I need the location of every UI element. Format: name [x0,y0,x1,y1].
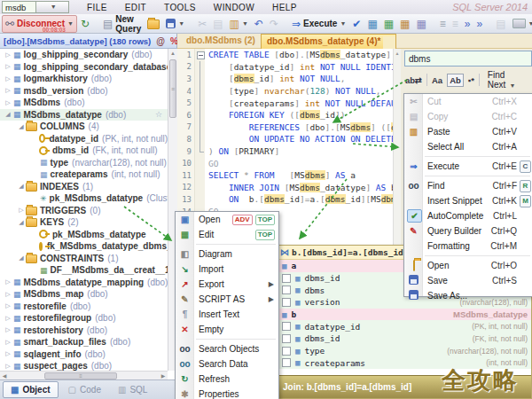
menu-item-copy[interactable]: ▤CopyCtrl+C [404,109,532,124]
menu-item-paste[interactable]: ▥PasteCtrl+V [404,124,532,139]
chevron-collapsed-icon[interactable]: ▷ [4,350,12,357]
find-next-button[interactable]: Find Next▼ [488,70,532,90]
tree-item-msdbms[interactable]: ▷▦MSdbms(dbo) [0,97,168,109]
scroll-left-icon[interactable]: ◀ [0,372,9,379]
tree-item-createparams[interactable]: ▦createparams(int, not null) [0,168,168,181]
panel-tab-sql[interactable]: ▥SQL [111,382,154,397]
panel-tab-object[interactable]: ▦Object [3,381,59,398]
checkbox[interactable] [282,347,291,356]
align-button[interactable]: ≡ [437,16,449,32]
copy-button[interactable]: ▤ [210,16,225,32]
checkbox[interactable] [282,298,291,307]
chevron-collapsed-icon[interactable]: ▷ [4,63,12,70]
menu-item-refresh[interactable]: ↻Refresh [176,372,278,387]
chevron-collapsed-icon[interactable]: ▷ [4,302,12,309]
menu-item-empty[interactable]: ✕Empty [176,322,278,337]
menu-item-save-as-[interactable]: Save As... [404,288,532,303]
tree-item-restorehistory[interactable]: ▷▦restorehistory(dbo) [0,325,168,337]
checkbox[interactable] [282,286,291,294]
chevron-down-icon[interactable]: ▼ [67,20,74,27]
results-grid-button[interactable]: ▦ [381,16,396,32]
join-row-datatype_id[interactable]: ▦datatype_id(PK, int, not null) [278,320,531,332]
regex-button[interactable]: ▪* [468,75,474,85]
chevron-down-icon[interactable]: ▼ [340,20,346,27]
join-row-b[interactable]: ▦bMSdbms_datatype [278,309,531,321]
menu-item-export[interactable]: ↗Export▶ [176,277,278,292]
chevron-collapsed-icon[interactable]: ▷ [4,363,12,370]
disconnect-button[interactable]: ⚯Disconnect00:08:03▼ [2,15,77,33]
tree-item-sqlagent_info[interactable]: ▷▦sqlagent_info(dbo) [0,348,168,361]
menu-item-open[interactable]: OpenCtrl+O [404,258,532,273]
indent-button[interactable]: » [462,16,473,32]
fold-marker[interactable] [195,133,205,145]
chevron-collapsed-icon[interactable]: ▷ [4,99,12,106]
refresh-button[interactable]: ↻ [78,16,92,32]
fold-marker[interactable] [195,121,205,134]
checkbox[interactable] [282,334,291,343]
menu-window[interactable]: WINDOW [214,3,254,12]
menu-item-search-objects[interactable]: ooSearch Objects [176,341,278,356]
tree-item-datatype_id[interactable]: datatype_id(PK, int, not null) [0,133,168,145]
tree-item-indexes[interactable]: ◢INDEXES(1) [0,181,168,193]
menu-edit[interactable]: EDIT [125,3,146,12]
chevron-expanded-icon[interactable]: ◢ [17,219,26,226]
tree-item-log_shipping_secondary[interactable]: ▷▦log_shipping_secondary(dbo) [0,49,168,61]
menu-file[interactable]: FILE [87,3,107,12]
panel-tab-code[interactable]: ▢Code [61,382,108,397]
scroll-up-icon[interactable]: ▲ [394,49,401,56]
tab-dbo-msdbms[interactable]: dbo.MSdbms (2) [186,35,255,45]
menu-item-find[interactable]: ooFindCtrl+FR [404,178,532,193]
checkbox[interactable] [282,358,291,367]
chevron-down-icon[interactable]: ▼ [528,20,532,27]
tree-item-msdbms_datatype_mapping[interactable]: ▷▦MSdbms_datatype_mapping(dbo) [0,277,168,289]
chevron-down-icon[interactable]: ▼ [242,20,248,27]
chevron-collapsed-icon[interactable]: ▷ [4,339,12,346]
chevron-collapsed-icon[interactable]: ▷ [4,51,12,59]
tree-item-fk_msdbms_datatype_dbms_id[interactable]: fk_MSdbms_datatype_dbms_id [0,240,168,253]
chevron-expanded-icon[interactable]: ◢ [17,183,26,190]
menu-item-insert-snippet[interactable]: Insert SnippetCtrl+KM [404,193,532,208]
tree-item-columns[interactable]: ◢COLUMNS(4) [0,121,168,133]
chevron-collapsed-icon[interactable]: ▷ [17,207,26,214]
menu-item-save[interactable]: SaveCtrl+S [404,273,532,288]
chevron-collapsed-icon[interactable]: ▷ [4,291,12,298]
tree-item-triggers[interactable]: ▷TRIGGERS(0) [0,205,168,217]
match-case-button[interactable]: Aa [432,75,442,85]
tree-item-restorefilegroup[interactable]: ▷▦restorefilegroup(dbo) [0,312,168,325]
fold-collapse-icon[interactable] [197,51,205,59]
menu-help[interactable]: HELP [272,3,297,12]
scroll-up-icon[interactable]: ▲ [168,49,177,56]
menu-item-diagram[interactable]: ◧Diagram [176,246,278,262]
chevron-collapsed-icon[interactable]: ▷ [4,278,12,286]
tree-item-dbms_id[interactable]: dbms_id(FK, int, not null) [0,145,168,157]
outdent-button[interactable]: » [473,16,485,32]
database-selector[interactable]: msdb ▼ [2,1,69,13]
tree-item-type[interactable]: ▦type(nvarchar(128), not null) [0,157,168,169]
menu-item-query-builder[interactable]: ✎Query BuilderCtrl+Q [404,223,532,239]
tree-item-restorefile[interactable]: ▷▦restorefile(dbo) [0,301,168,313]
chevron-down-icon[interactable]: ▼ [35,2,69,12]
whole-word-button[interactable]: Ab [447,74,464,87]
new-query-button[interactable]: ▤New Query [100,16,144,32]
tree-item-pk_msdbms_datatype[interactable]: pk_MSdbms_datatype [0,229,168,241]
chevron-down-icon[interactable]: ▼ [178,20,184,27]
menu-item-open[interactable]: ▣OpenADVTOP [176,212,278,227]
chevron-collapsed-icon[interactable]: ▷ [4,87,12,94]
menu-item-import[interactable]: ↘Import [176,262,278,277]
validate-button[interactable]: ✔ [349,16,364,32]
fold-marker[interactable] [195,85,205,98]
align-alt-button[interactable]: ≡ [450,16,461,32]
chevron-expanded-icon[interactable]: ◢ [17,254,26,262]
scroll-right-icon[interactable]: ▶ [159,372,168,379]
save-button[interactable]: ▼ [163,16,187,32]
filter-at-button[interactable]: @ [156,36,165,46]
grid-export-button[interactable]: ▦ [397,16,412,32]
menu-tools[interactable]: TOOLS [164,3,196,12]
undo-button[interactable]: ↶ [252,16,266,32]
scrollbar-thumb[interactable]: ≡ [44,372,117,379]
chevron-collapsed-icon[interactable]: ▷ [4,326,12,333]
replace-icon[interactable]: ab⇄ [405,75,422,85]
tree-item-log_shipping_secondary_databases[interactable]: ▷▦log_shipping_secondary_databases(dbo) [0,61,168,74]
menu-item-formatting[interactable]: FormattingCtrl+M [404,239,532,254]
checkbox[interactable] [282,274,291,283]
